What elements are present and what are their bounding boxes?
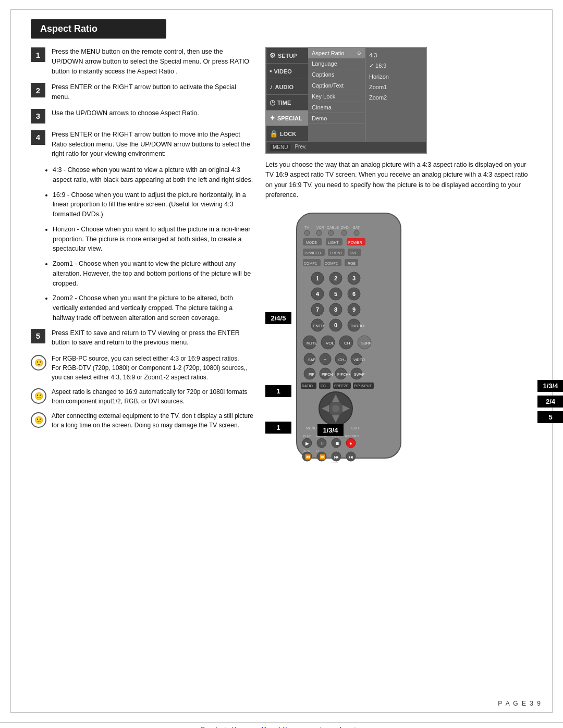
svg-text:PIP: PIP — [309, 373, 315, 376]
step-3-text: Use the UP/DOWN arrows to choose Aspect … — [52, 108, 199, 118]
svg-text:PIP INPUT: PIP INPUT — [354, 384, 372, 388]
svg-text:RECORD: RECORD — [345, 435, 359, 438]
svg-text:RGB: RGB — [348, 262, 356, 265]
step-3-num: 3 — [31, 109, 45, 124]
bullet-3: Horizon - Choose when you want to adjust… — [53, 225, 255, 254]
download-bar: Downloaded from www.Manualslib.com manua… — [0, 722, 563, 728]
tv-main-menu: Aspect Ratio ⊙ Language Captions Caption… — [308, 48, 426, 142]
svg-text:VIDEO: VIDEO — [353, 358, 365, 362]
svg-text:MENU: MENU — [306, 426, 317, 430]
svg-text:CH: CH — [344, 341, 350, 346]
svg-text:MODE: MODE — [306, 241, 317, 244]
menu-item-language: Language — [308, 58, 365, 69]
svg-text:PLAY: PLAY — [303, 435, 311, 438]
tv-menu-col1-title: Aspect Ratio ⊙ — [308, 48, 365, 58]
download-link[interactable]: www.Manualslib.com — [248, 726, 301, 728]
menu-item-captiontext: Caption/Text — [308, 80, 365, 91]
step-2-num: 2 — [31, 83, 45, 97]
time-icon: ◷ — [270, 98, 275, 106]
note-1: 🙂 For RGB-PC source, you can select eith… — [31, 354, 255, 382]
svg-text:2: 2 — [334, 275, 337, 281]
sidebar-time: ◷ TIME — [266, 95, 308, 110]
page-title: Aspect Ratio — [31, 19, 166, 39]
svg-text:FREEZE: FREEZE — [334, 384, 349, 388]
svg-text:+: + — [324, 357, 326, 362]
svg-text:8: 8 — [334, 306, 337, 313]
svg-text:●: ● — [349, 441, 352, 446]
step-2-text: Press ENTER or the RIGHT arrow button to… — [52, 82, 255, 102]
svg-text:DVI: DVI — [350, 251, 356, 255]
svg-text:CC: CC — [321, 384, 326, 388]
svg-text:⏩: ⏩ — [320, 454, 326, 460]
note-2-icon: 🙂 — [31, 388, 46, 404]
menu-item-captions: Captions — [308, 69, 365, 80]
tv-menu-col1: Aspect Ratio ⊙ Language Captions Caption… — [308, 48, 365, 142]
svg-text:←SKIP—: ←SKIP— — [328, 462, 341, 463]
svg-text:PIPCH-: PIPCH- — [322, 373, 334, 376]
svg-text:VCR: VCR — [316, 226, 324, 229]
bullet-list: 4:3 - Choose when you want to view a pic… — [53, 165, 255, 323]
sidebar-special: ✦ SPECIAL — [266, 110, 308, 126]
svg-point-2 — [304, 230, 310, 236]
right-column: ⚙ SETUP ▪ VIDEO ♪ AUDIO — [265, 47, 532, 463]
note-3: 😕 After connecting external equipment to… — [31, 411, 255, 430]
sidebar-video: ▪ VIDEO — [266, 64, 308, 79]
svg-text:SAT: SAT — [353, 226, 360, 229]
left-column: 1 Press the MENU button on the remote co… — [31, 47, 255, 463]
callout-5-label: 5 — [537, 411, 563, 423]
callout-24-label: 2/4 — [537, 396, 563, 408]
step-1: 1 Press the MENU button on the remote co… — [31, 47, 255, 76]
svg-text:FRONT: FRONT — [330, 251, 343, 255]
remote-wrapper: TV VCR CABLE DVD SAT MODE — [265, 208, 532, 463]
submenu-zoom2: Zoom2 — [365, 92, 412, 103]
description-text: Lets you choose the way that an analog p… — [265, 160, 532, 201]
submenu-horizon: Horizon — [365, 71, 412, 82]
callout-134-bottom-label: 1/3/4 — [317, 424, 344, 436]
svg-text:⏸: ⏸ — [320, 441, 325, 446]
step-4-text: Press ENTER or the RIGHT arrow button to… — [52, 130, 255, 159]
step-4-num: 4 — [31, 130, 45, 145]
bullet-2: 16:9 - Choose when you want to adjust th… — [53, 190, 255, 219]
download-text-before: Downloaded from — [201, 726, 248, 728]
svg-text:CABLE: CABLE — [327, 226, 339, 229]
svg-text:VOL: VOL — [326, 341, 335, 346]
sidebar-setup: ⚙ SETUP — [266, 48, 308, 64]
note-2-text: Aspect ratio is changed to 16:9 automati… — [52, 387, 255, 406]
callout-134-top-label: 1/3/4 — [537, 380, 563, 392]
svg-point-91 — [332, 405, 339, 412]
tv-sidebar: ⚙ SETUP ▪ VIDEO ♪ AUDIO — [266, 48, 308, 142]
video-icon: ▪ — [270, 67, 272, 75]
step-5-text: Press EXIT to save and return to TV view… — [52, 328, 255, 348]
submenu-zoom1: Zoom1 — [365, 82, 412, 92]
callout-1-bottom-label: 1 — [265, 422, 291, 434]
tv-footer-prev: Prev. — [295, 144, 307, 151]
svg-text:COMP1: COMP1 — [304, 262, 317, 265]
svg-text:MUTE: MUTE — [307, 341, 317, 345]
step-1-text: Press the MENU button on the remote cont… — [52, 47, 255, 76]
tv-footer-menu: MENU — [270, 144, 290, 151]
setup-icon: ⚙ — [270, 52, 276, 59]
audio-icon: ♪ — [270, 83, 273, 91]
svg-text:⏮: ⏮ — [334, 454, 339, 460]
step-3: 3 Use the UP/DOWN arrows to choose Aspec… — [31, 108, 255, 124]
svg-text:7: 7 — [316, 306, 319, 313]
menu-item-cinema: Cinema — [308, 102, 365, 113]
svg-text:EXIT: EXIT — [351, 426, 360, 430]
svg-point-10 — [354, 230, 359, 236]
note-3-icon: 😕 — [31, 412, 46, 428]
svg-text:0: 0 — [334, 322, 337, 328]
menu-item-demo: Demo — [308, 113, 365, 124]
bullet-5: Zoom2 - Choose when you want the picture… — [53, 293, 255, 323]
svg-text:RATIO: RATIO — [302, 384, 313, 388]
submenu-169: 16:9 — [365, 60, 412, 71]
page-border: Aspect Ratio 1 Press the MENU button on … — [10, 9, 553, 713]
svg-text:LIGHT: LIGHT — [328, 241, 339, 244]
special-icon: ✦ — [270, 114, 275, 122]
tv-footer: MENU Prev. — [266, 142, 426, 153]
svg-text:TV: TV — [304, 226, 309, 229]
svg-text:CH-: CH- — [338, 357, 346, 362]
callout-1-top-label: 1 — [265, 385, 291, 397]
svg-text:3: 3 — [352, 275, 356, 281]
svg-text:5: 5 — [334, 291, 337, 297]
svg-text:⏭: ⏭ — [349, 454, 353, 460]
